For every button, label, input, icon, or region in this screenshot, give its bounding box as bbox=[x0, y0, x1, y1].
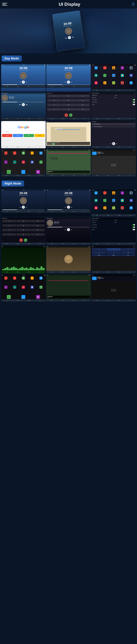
app-wechat[interactable]: 💬 bbox=[94, 74, 98, 77]
n-turn-left[interactable]: ← bbox=[92, 248, 106, 251]
n-cp-d-msg[interactable]: 💬 bbox=[36, 295, 40, 299]
n-cp-maps[interactable]: 🗺 bbox=[40, 276, 42, 280]
nt-dial[interactable]: DIAL bbox=[92, 271, 102, 273]
ns-auto[interactable]: AUTO bbox=[114, 243, 124, 245]
nav-apts[interactable]: APTS bbox=[58, 146, 68, 148]
n-app-13[interactable]: 📻 bbox=[112, 206, 115, 210]
night-call-close[interactable]: ✕ bbox=[44, 218, 45, 219]
n-next-2[interactable]: ⏭ bbox=[71, 207, 72, 208]
soc-next[interactable]: ⏭ bbox=[116, 143, 117, 144]
cp-phone[interactable]: 📞 bbox=[4, 152, 8, 154]
f-apts[interactable]: APTS bbox=[58, 271, 68, 273]
nm-next[interactable]: ⏭ bbox=[71, 229, 72, 230]
ne-auto[interactable]: AUTO bbox=[69, 174, 80, 176]
n-cp-music[interactable]: ♪ bbox=[13, 276, 16, 280]
google-search-bar[interactable]: 🔍 Search... bbox=[2, 130, 44, 133]
dial-1[interactable]: 1 bbox=[48, 95, 61, 97]
nm-auto[interactable]: AUTO bbox=[69, 243, 80, 245]
ne-bt[interactable]: BT bbox=[80, 174, 90, 176]
app-pink[interactable]: 🌟 bbox=[94, 81, 98, 84]
call-auto[interactable]: AUTO bbox=[69, 118, 80, 120]
play-2[interactable]: ⏸ bbox=[67, 80, 70, 84]
soc-auto[interactable]: AUTO bbox=[114, 146, 124, 148]
n-auto-2[interactable]: AUTO bbox=[69, 210, 80, 212]
app-lime[interactable]: 📻 bbox=[112, 81, 115, 84]
f-dial[interactable]: DIAL bbox=[46, 271, 58, 273]
power-toggle[interactable] bbox=[132, 104, 135, 105]
keep-icon[interactable]: Keep bbox=[34, 134, 45, 137]
n-app-7[interactable]: 🎵 bbox=[103, 199, 106, 202]
n-turn-down[interactable]: ↓ bbox=[106, 251, 121, 254]
social-track-2[interactable]: 🎵 华年_开唱_回归.mp3 bbox=[92, 126, 135, 128]
n-turn-right[interactable]: → bbox=[121, 248, 135, 251]
dial-6[interactable]: 6 bbox=[76, 99, 90, 102]
soc-apts[interactable]: APTS bbox=[102, 146, 114, 148]
cp-podcast2[interactable]: 📻 bbox=[22, 160, 25, 164]
app-red[interactable]: 📺 bbox=[121, 81, 124, 84]
n-play-2[interactable]: ⏸ bbox=[67, 206, 70, 209]
soc-prev[interactable]: ⏮ bbox=[110, 143, 111, 144]
nl-apts[interactable]: APTS bbox=[102, 214, 114, 216]
app-settings[interactable]: ⚙ bbox=[121, 66, 124, 70]
dial-hash[interactable]: # bbox=[76, 108, 90, 111]
g-dial[interactable]: DIAL bbox=[2, 146, 12, 148]
nm-bt[interactable]: BT bbox=[80, 243, 90, 245]
dial-star[interactable]: * bbox=[48, 108, 61, 111]
n-turn-dl[interactable]: ↙ bbox=[92, 251, 106, 254]
n-auto-1[interactable]: AUTO bbox=[24, 210, 34, 212]
app-blue-2[interactable]: 🗺 bbox=[130, 81, 133, 84]
cp-green2[interactable]: 🔊 bbox=[40, 160, 42, 164]
n-play-1[interactable]: ⏸ bbox=[22, 206, 25, 209]
n-app-3[interactable]: 📷 bbox=[112, 191, 115, 194]
ncp-auto[interactable]: AUTO bbox=[24, 300, 34, 302]
ns-dial[interactable]: DIAL bbox=[92, 243, 102, 245]
cp-music[interactable]: ♪ bbox=[13, 152, 16, 154]
n-dial-9[interactable]: 9 bbox=[30, 229, 44, 231]
t-auto[interactable]: AUTO bbox=[114, 174, 124, 176]
n-power-toggle[interactable] bbox=[132, 229, 135, 230]
n-cp-d-music[interactable]: ♪ bbox=[22, 295, 25, 299]
app-phone[interactable]: 📷 bbox=[112, 66, 115, 70]
g-bt[interactable]: BT bbox=[34, 146, 46, 148]
call-apts[interactable]: APTS bbox=[58, 118, 68, 120]
nav-auto[interactable]: AUTO bbox=[69, 146, 80, 148]
n-dial-2[interactable]: DIAL bbox=[46, 210, 58, 212]
n-cp-pod2[interactable]: 📻 bbox=[22, 286, 25, 289]
soc-play[interactable]: ▶ bbox=[112, 142, 115, 145]
dial-8[interactable]: 8 bbox=[62, 104, 76, 106]
cp-auto[interactable]: AUTO bbox=[24, 174, 34, 176]
t-apts[interactable]: APTS bbox=[102, 174, 114, 176]
call-bt[interactable]: BT bbox=[80, 118, 90, 120]
ntm-auto[interactable]: AUTO bbox=[114, 300, 124, 302]
gmail-icon[interactable]: Gmail bbox=[2, 134, 12, 137]
s-bt[interactable]: BT bbox=[125, 118, 136, 120]
ntm-dial[interactable]: DIAL bbox=[92, 300, 102, 302]
n-prev-1[interactable]: ⏮ bbox=[20, 207, 21, 208]
ns-apts[interactable]: APTS bbox=[102, 243, 114, 245]
nc-dial[interactable]: DIAL bbox=[2, 243, 12, 245]
app-orange[interactable]: 🔊 bbox=[103, 81, 106, 84]
f-auto[interactable]: AUTO bbox=[69, 271, 80, 273]
nn-apts[interactable]: APTS bbox=[58, 300, 68, 302]
n-next-1[interactable]: ⏭ bbox=[26, 207, 27, 208]
cp-apts[interactable]: APTS bbox=[12, 174, 23, 176]
bt-call-close[interactable]: ✕ bbox=[90, 93, 90, 94]
nt-bt[interactable]: BT bbox=[125, 271, 136, 273]
call-dial[interactable]: DIAL bbox=[46, 118, 58, 120]
n-dial-star[interactable]: * bbox=[2, 233, 16, 236]
n-cp-spot[interactable]: 🎵 bbox=[4, 286, 8, 289]
n-dial-1[interactable]: 1 bbox=[2, 220, 16, 222]
n-dial-5[interactable]: 5 bbox=[16, 224, 30, 227]
social-track-1[interactable]: 🎵 华年_开唱.mp3 bbox=[92, 123, 135, 125]
ncp-bt[interactable]: BT bbox=[34, 300, 46, 302]
func-auto-2[interactable]: AUTO bbox=[69, 86, 80, 88]
nl-dial[interactable]: DIAL bbox=[92, 214, 102, 216]
nc-apts[interactable]: APTS bbox=[12, 243, 23, 245]
n-dial-2[interactable]: 2 bbox=[16, 220, 30, 222]
nm-apts[interactable]: APTS bbox=[58, 243, 68, 245]
nm-play[interactable]: ⏸ bbox=[67, 228, 70, 231]
next-1[interactable]: ⏭ bbox=[26, 82, 27, 83]
cp-dock-msg[interactable]: 💬 bbox=[36, 170, 40, 174]
hamburger-icon[interactable] bbox=[2, 2, 7, 7]
nm-dial[interactable]: DIAL bbox=[46, 243, 58, 245]
